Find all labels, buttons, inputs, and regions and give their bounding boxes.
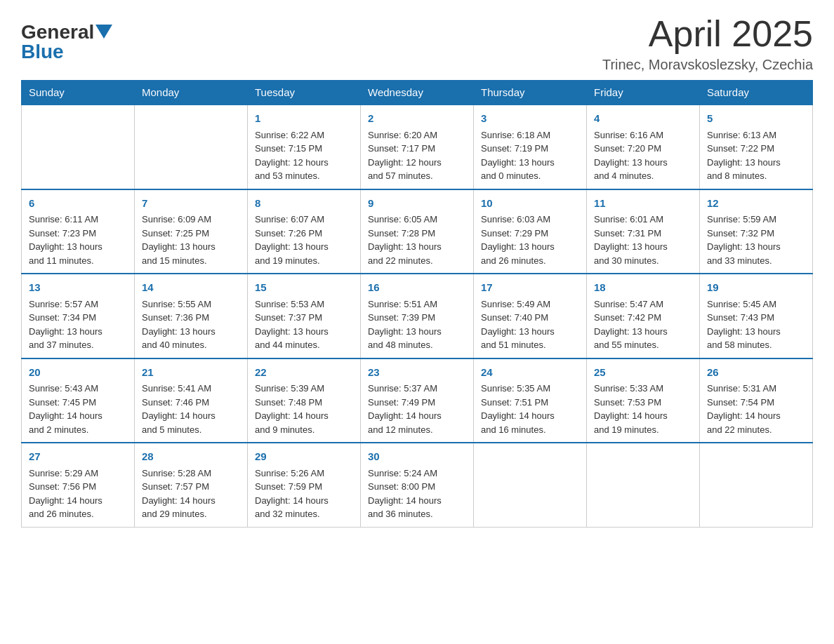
svg-marker-0 — [95, 25, 112, 39]
day-info: Sunset: 7:26 PM — [255, 227, 353, 241]
day-number: 19 — [707, 280, 805, 296]
day-info: Sunset: 7:42 PM — [594, 311, 692, 325]
day-info: Sunset: 7:29 PM — [481, 227, 579, 241]
calendar-cell: 29Sunrise: 5:26 AMSunset: 7:59 PMDayligh… — [248, 443, 361, 527]
day-info: Sunrise: 5:51 AM — [368, 297, 466, 311]
day-info: and 40 minutes. — [142, 338, 240, 352]
day-info: Sunset: 7:36 PM — [142, 311, 240, 325]
calendar-cell: 26Sunrise: 5:31 AMSunset: 7:54 PMDayligh… — [700, 358, 813, 443]
calendar-cell: 13Sunrise: 5:57 AMSunset: 7:34 PMDayligh… — [22, 274, 135, 358]
calendar-cell: 3Sunrise: 6:18 AMSunset: 7:19 PMDaylight… — [474, 105, 587, 189]
day-number: 28 — [142, 449, 240, 465]
day-info: Daylight: 13 hours — [481, 240, 579, 254]
day-info: Sunrise: 5:33 AM — [594, 382, 692, 396]
calendar-cell: 11Sunrise: 6:01 AMSunset: 7:31 PMDayligh… — [587, 189, 700, 274]
day-info: Sunrise: 5:37 AM — [368, 382, 466, 396]
day-info: Sunrise: 5:59 AM — [707, 213, 805, 227]
day-info: Sunrise: 5:55 AM — [142, 297, 240, 311]
day-info: Daylight: 13 hours — [707, 325, 805, 339]
day-info: and 26 minutes. — [29, 507, 127, 521]
day-info: and 5 minutes. — [142, 423, 240, 437]
day-info: and 11 minutes. — [29, 254, 127, 268]
day-number: 25 — [594, 365, 692, 381]
day-info: Sunset: 7:37 PM — [255, 311, 353, 325]
day-number: 12 — [707, 196, 805, 212]
day-info: Daylight: 12 hours — [368, 156, 466, 170]
day-info: Sunset: 7:45 PM — [29, 396, 127, 410]
day-info: Sunrise: 5:39 AM — [255, 382, 353, 396]
day-info: and 12 minutes. — [368, 423, 466, 437]
calendar-week-row: 1Sunrise: 6:22 AMSunset: 7:15 PMDaylight… — [22, 105, 813, 189]
day-number: 6 — [29, 196, 127, 212]
day-info: Daylight: 13 hours — [707, 156, 805, 170]
calendar-table: SundayMondayTuesdayWednesdayThursdayFrid… — [21, 80, 813, 528]
calendar-day-header: Friday — [587, 81, 700, 105]
calendar-cell — [474, 443, 587, 527]
month-title: April 2025 — [602, 14, 813, 54]
page-header: General Blue April 2025 Trinec, Moravsko… — [21, 14, 813, 73]
calendar-cell: 28Sunrise: 5:28 AMSunset: 7:57 PMDayligh… — [135, 443, 248, 527]
day-info: and 2 minutes. — [29, 423, 127, 437]
day-info: Sunrise: 5:47 AM — [594, 297, 692, 311]
calendar-cell: 8Sunrise: 6:07 AMSunset: 7:26 PMDaylight… — [248, 189, 361, 274]
calendar-cell: 27Sunrise: 5:29 AMSunset: 7:56 PMDayligh… — [22, 443, 135, 527]
calendar-cell: 1Sunrise: 6:22 AMSunset: 7:15 PMDaylight… — [248, 105, 361, 189]
day-info: Daylight: 13 hours — [255, 240, 353, 254]
logo: General Blue — [21, 21, 112, 63]
day-info: Daylight: 14 hours — [368, 494, 466, 508]
day-info: Daylight: 13 hours — [368, 325, 466, 339]
day-info: Daylight: 14 hours — [368, 409, 466, 423]
day-info: Sunset: 7:34 PM — [29, 311, 127, 325]
calendar-cell: 16Sunrise: 5:51 AMSunset: 7:39 PMDayligh… — [361, 274, 474, 358]
day-info: and 30 minutes. — [594, 254, 692, 268]
calendar-cell: 25Sunrise: 5:33 AMSunset: 7:53 PMDayligh… — [587, 358, 700, 443]
day-info: Sunset: 7:20 PM — [594, 142, 692, 156]
day-info: and 9 minutes. — [255, 423, 353, 437]
day-info: Daylight: 13 hours — [29, 240, 127, 254]
day-info: Daylight: 14 hours — [594, 409, 692, 423]
day-info: and 37 minutes. — [29, 338, 127, 352]
day-info: Sunset: 7:31 PM — [594, 227, 692, 241]
day-info: Sunset: 7:19 PM — [481, 142, 579, 156]
calendar-header-row: SundayMondayTuesdayWednesdayThursdayFrid… — [22, 81, 813, 105]
day-info: Daylight: 12 hours — [255, 156, 353, 170]
day-info: Sunset: 7:40 PM — [481, 311, 579, 325]
day-info: Sunset: 7:46 PM — [142, 396, 240, 410]
day-info: Sunrise: 5:43 AM — [29, 382, 127, 396]
day-info: Daylight: 13 hours — [707, 240, 805, 254]
day-info: Sunrise: 5:41 AM — [142, 382, 240, 396]
day-number: 3 — [481, 111, 579, 127]
day-info: Sunset: 7:56 PM — [29, 480, 127, 494]
day-info: Sunrise: 5:31 AM — [707, 382, 805, 396]
logo-blue: Blue — [21, 41, 112, 63]
day-info: Sunrise: 5:28 AM — [142, 467, 240, 481]
calendar-cell: 2Sunrise: 6:20 AMSunset: 7:17 PMDaylight… — [361, 105, 474, 189]
calendar-cell: 14Sunrise: 5:55 AMSunset: 7:36 PMDayligh… — [135, 274, 248, 358]
day-number: 18 — [594, 280, 692, 296]
day-info: and 51 minutes. — [481, 338, 579, 352]
day-info: and 16 minutes. — [481, 423, 579, 437]
day-number: 15 — [255, 280, 353, 296]
day-number: 30 — [368, 449, 466, 465]
calendar-cell — [700, 443, 813, 527]
calendar-cell: 18Sunrise: 5:47 AMSunset: 7:42 PMDayligh… — [587, 274, 700, 358]
day-info: Daylight: 13 hours — [481, 156, 579, 170]
day-info: Daylight: 13 hours — [594, 240, 692, 254]
calendar-day-header: Wednesday — [361, 81, 474, 105]
logo-arrow-icon — [95, 25, 112, 41]
day-info: Sunset: 7:59 PM — [255, 480, 353, 494]
day-info: Sunset: 7:51 PM — [481, 396, 579, 410]
day-info: Sunset: 7:53 PM — [594, 396, 692, 410]
calendar-day-header: Thursday — [474, 81, 587, 105]
day-info: and 58 minutes. — [707, 338, 805, 352]
calendar-cell: 9Sunrise: 6:05 AMSunset: 7:28 PMDaylight… — [361, 189, 474, 274]
calendar-cell: 24Sunrise: 5:35 AMSunset: 7:51 PMDayligh… — [474, 358, 587, 443]
day-info: Daylight: 14 hours — [707, 409, 805, 423]
day-info: Sunrise: 5:35 AM — [481, 382, 579, 396]
day-info: and 19 minutes. — [594, 423, 692, 437]
calendar-cell: 22Sunrise: 5:39 AMSunset: 7:48 PMDayligh… — [248, 358, 361, 443]
day-number: 23 — [368, 365, 466, 381]
day-info: Sunrise: 5:49 AM — [481, 297, 579, 311]
day-info: Daylight: 14 hours — [255, 494, 353, 508]
day-info: Sunset: 7:22 PM — [707, 142, 805, 156]
